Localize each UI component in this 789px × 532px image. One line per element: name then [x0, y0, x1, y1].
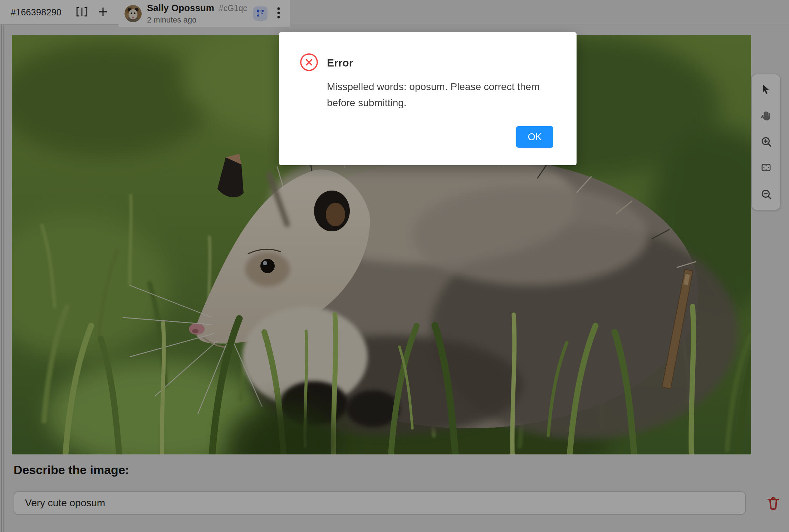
- ok-button[interactable]: OK: [516, 126, 553, 148]
- dialog-title: Error: [327, 57, 577, 69]
- error-icon: [300, 53, 318, 73]
- error-dialog: Error Misspelled words: oposum. Please c…: [279, 32, 577, 165]
- app-root: #166398290: [0, 0, 789, 532]
- dialog-message: Misspelled words: oposum. Please correct…: [327, 79, 550, 111]
